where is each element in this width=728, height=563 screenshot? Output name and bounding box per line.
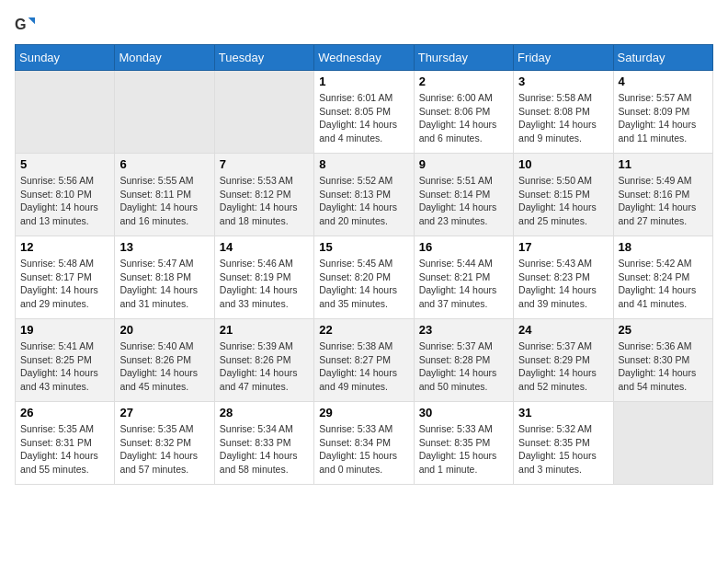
day-number: 9 [419, 157, 508, 171]
day-info: Sunrise: 5:38 AMSunset: 8:27 PMDaylight:… [319, 339, 408, 394]
weekday-header-saturday: Saturday [613, 45, 712, 71]
svg-text:G: G [15, 16, 27, 32]
calendar-cell: 5Sunrise: 5:56 AMSunset: 8:10 PMDaylight… [16, 154, 115, 236]
calendar-cell: 27Sunrise: 5:35 AMSunset: 8:32 PMDayligh… [115, 402, 214, 485]
calendar-cell: 2Sunrise: 6:00 AMSunset: 8:06 PMDaylight… [414, 71, 513, 154]
day-info: Sunrise: 5:56 AMSunset: 8:10 PMDaylight:… [20, 174, 109, 228]
day-number: 7 [220, 157, 309, 171]
logo-icon: G [15, 15, 35, 35]
day-info: Sunrise: 5:50 AMSunset: 8:15 PMDaylight:… [518, 174, 608, 228]
day-number: 13 [119, 240, 209, 254]
day-info: Sunrise: 5:37 AMSunset: 8:29 PMDaylight:… [518, 339, 608, 394]
day-number: 2 [419, 75, 508, 88]
calendar-cell [214, 71, 313, 154]
calendar-cell: 26Sunrise: 5:35 AMSunset: 8:31 PMDayligh… [16, 402, 115, 485]
calendar-cell: 18Sunrise: 5:42 AMSunset: 8:24 PMDayligh… [613, 236, 712, 319]
day-number: 10 [518, 157, 608, 171]
weekday-header-wednesday: Wednesday [314, 45, 414, 71]
day-number: 4 [619, 75, 708, 88]
day-number: 14 [220, 240, 309, 254]
calendar-cell: 1Sunrise: 6:01 AMSunset: 8:05 PMDaylight… [314, 71, 414, 154]
calendar-cell: 21Sunrise: 5:39 AMSunset: 8:26 PMDayligh… [214, 319, 313, 402]
day-number: 22 [319, 323, 408, 337]
day-info: Sunrise: 5:51 AMSunset: 8:14 PMDaylight:… [419, 174, 508, 228]
day-info: Sunrise: 5:55 AMSunset: 8:11 PMDaylight:… [119, 174, 209, 228]
day-info: Sunrise: 5:36 AMSunset: 8:30 PMDaylight:… [619, 339, 708, 394]
weekday-header-monday: Monday [115, 45, 214, 71]
day-number: 24 [518, 323, 608, 337]
day-number: 25 [619, 323, 708, 337]
day-info: Sunrise: 5:40 AMSunset: 8:26 PMDaylight:… [119, 339, 209, 394]
day-number: 12 [20, 240, 109, 254]
day-info: Sunrise: 5:34 AMSunset: 8:33 PMDaylight:… [220, 422, 309, 477]
calendar-cell: 30Sunrise: 5:33 AMSunset: 8:35 PMDayligh… [414, 402, 513, 485]
calendar-cell: 25Sunrise: 5:36 AMSunset: 8:30 PMDayligh… [613, 319, 712, 402]
day-number: 29 [319, 406, 408, 419]
day-number: 19 [20, 323, 109, 337]
day-number: 27 [119, 406, 209, 419]
day-number: 23 [419, 323, 508, 337]
day-number: 16 [419, 240, 508, 254]
day-info: Sunrise: 5:57 AMSunset: 8:09 PMDaylight:… [619, 91, 708, 145]
day-number: 11 [619, 157, 708, 171]
calendar-cell: 28Sunrise: 5:34 AMSunset: 8:33 PMDayligh… [214, 402, 313, 485]
day-number: 26 [20, 406, 109, 419]
day-number: 17 [518, 240, 608, 254]
calendar-cell: 24Sunrise: 5:37 AMSunset: 8:29 PMDayligh… [514, 319, 613, 402]
calendar-cell: 9Sunrise: 5:51 AMSunset: 8:14 PMDaylight… [414, 154, 513, 236]
day-info: Sunrise: 5:43 AMSunset: 8:23 PMDaylight:… [518, 257, 608, 311]
calendar-cell: 31Sunrise: 5:32 AMSunset: 8:35 PMDayligh… [514, 402, 613, 485]
calendar-cell: 17Sunrise: 5:43 AMSunset: 8:23 PMDayligh… [514, 236, 613, 319]
calendar-cell: 23Sunrise: 5:37 AMSunset: 8:28 PMDayligh… [414, 319, 513, 402]
calendar-cell [115, 71, 214, 154]
day-info: Sunrise: 5:39 AMSunset: 8:26 PMDaylight:… [220, 339, 309, 394]
day-number: 28 [220, 406, 309, 419]
day-number: 3 [518, 75, 608, 88]
calendar-cell: 6Sunrise: 5:55 AMSunset: 8:11 PMDaylight… [115, 154, 214, 236]
calendar-table: SundayMondayTuesdayWednesdayThursdayFrid… [15, 44, 713, 485]
day-info: Sunrise: 5:53 AMSunset: 8:12 PMDaylight:… [220, 174, 309, 228]
calendar-cell: 19Sunrise: 5:41 AMSunset: 8:25 PMDayligh… [16, 319, 115, 402]
day-number: 20 [119, 323, 209, 337]
day-number: 1 [319, 75, 408, 88]
day-info: Sunrise: 5:46 AMSunset: 8:19 PMDaylight:… [220, 257, 309, 311]
weekday-header-sunday: Sunday [16, 45, 115, 71]
day-info: Sunrise: 5:44 AMSunset: 8:21 PMDaylight:… [419, 257, 508, 311]
day-info: Sunrise: 5:49 AMSunset: 8:16 PMDaylight:… [619, 174, 708, 228]
day-info: Sunrise: 5:37 AMSunset: 8:28 PMDaylight:… [419, 339, 508, 394]
day-info: Sunrise: 6:01 AMSunset: 8:05 PMDaylight:… [319, 91, 408, 145]
day-info: Sunrise: 5:45 AMSunset: 8:20 PMDaylight:… [319, 257, 408, 311]
calendar-cell: 22Sunrise: 5:38 AMSunset: 8:27 PMDayligh… [314, 319, 414, 402]
day-info: Sunrise: 5:33 AMSunset: 8:34 PMDaylight:… [319, 422, 408, 477]
day-info: Sunrise: 6:00 AMSunset: 8:06 PMDaylight:… [419, 91, 508, 145]
day-info: Sunrise: 5:48 AMSunset: 8:17 PMDaylight:… [20, 257, 109, 311]
calendar-cell: 13Sunrise: 5:47 AMSunset: 8:18 PMDayligh… [115, 236, 214, 319]
svg-marker-1 [28, 17, 35, 24]
day-info: Sunrise: 5:47 AMSunset: 8:18 PMDaylight:… [119, 257, 209, 311]
calendar-cell: 29Sunrise: 5:33 AMSunset: 8:34 PMDayligh… [314, 402, 414, 485]
day-number: 15 [319, 240, 408, 254]
logo: G [15, 15, 37, 35]
calendar-cell: 12Sunrise: 5:48 AMSunset: 8:17 PMDayligh… [16, 236, 115, 319]
calendar-cell: 4Sunrise: 5:57 AMSunset: 8:09 PMDaylight… [613, 71, 712, 154]
day-number: 6 [119, 157, 209, 171]
calendar-cell: 15Sunrise: 5:45 AMSunset: 8:20 PMDayligh… [314, 236, 414, 319]
day-number: 8 [319, 157, 408, 171]
calendar-cell: 16Sunrise: 5:44 AMSunset: 8:21 PMDayligh… [414, 236, 513, 319]
calendar-cell [16, 71, 115, 154]
weekday-header-tuesday: Tuesday [214, 45, 313, 71]
day-number: 30 [419, 406, 508, 419]
day-number: 18 [619, 240, 708, 254]
day-info: Sunrise: 5:33 AMSunset: 8:35 PMDaylight:… [419, 422, 508, 477]
day-info: Sunrise: 5:41 AMSunset: 8:25 PMDaylight:… [20, 339, 109, 394]
calendar-cell: 7Sunrise: 5:53 AMSunset: 8:12 PMDaylight… [214, 154, 313, 236]
page-header: G [15, 15, 713, 35]
calendar-cell [613, 402, 712, 485]
calendar-cell: 20Sunrise: 5:40 AMSunset: 8:26 PMDayligh… [115, 319, 214, 402]
day-info: Sunrise: 5:35 AMSunset: 8:32 PMDaylight:… [119, 422, 209, 477]
calendar-cell: 8Sunrise: 5:52 AMSunset: 8:13 PMDaylight… [314, 154, 414, 236]
calendar-cell: 10Sunrise: 5:50 AMSunset: 8:15 PMDayligh… [514, 154, 613, 236]
day-info: Sunrise: 5:52 AMSunset: 8:13 PMDaylight:… [319, 174, 408, 228]
day-info: Sunrise: 5:35 AMSunset: 8:31 PMDaylight:… [20, 422, 109, 477]
day-info: Sunrise: 5:58 AMSunset: 8:08 PMDaylight:… [518, 91, 608, 145]
